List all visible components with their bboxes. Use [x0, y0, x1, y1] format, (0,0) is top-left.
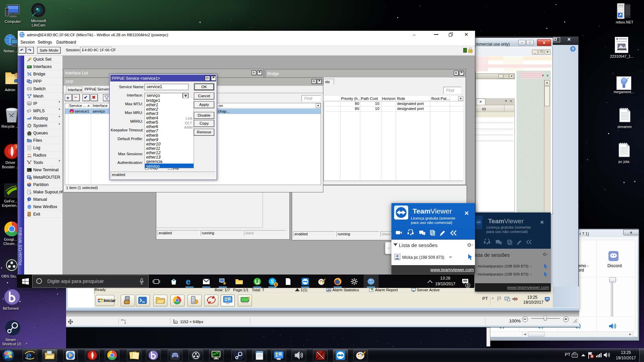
svg-text:3: 3: [15, 144, 17, 149]
svg-text:?: ?: [71, 111, 73, 114]
svg-text:e: e: [186, 278, 191, 286]
svg-text:255: 255: [28, 103, 32, 105]
svg-text:?: ?: [29, 198, 30, 201]
svg-text:e: e: [26, 350, 32, 361]
